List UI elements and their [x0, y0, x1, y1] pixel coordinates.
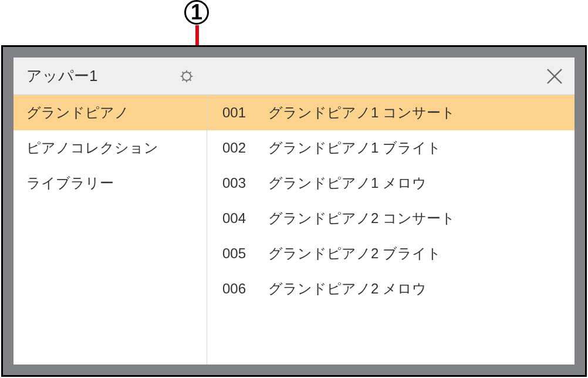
tone-name: グランドピアノ1 ブライト	[268, 139, 441, 157]
panel-body: グランドピアノ ピアノコレクション ライブラリー 001 グランドピアノ1 コン…	[13, 95, 575, 365]
svg-point-0	[183, 72, 191, 80]
tone-name: グランドピアノ2 ブライト	[268, 244, 441, 263]
tone-number: 002	[222, 140, 268, 156]
category-item[interactable]: グランドピアノ	[13, 95, 207, 130]
callout-number: 1	[191, 0, 202, 25]
tone-name: グランドピアノ1 コンサート	[268, 103, 455, 122]
tone-item[interactable]: 002 グランドピアノ1 ブライト	[207, 130, 575, 166]
tone-number: 001	[222, 104, 268, 121]
category-item[interactable]: ピアノコレクション	[13, 130, 207, 166]
category-label: グランドピアノ	[26, 103, 129, 122]
tone-select-panel: アッパー1	[13, 58, 575, 365]
tone-name: グランドピアノ1 メロウ	[268, 174, 427, 193]
svg-line-7	[183, 79, 184, 80]
panel-header: アッパー1	[13, 58, 575, 95]
window-frame: アッパー1	[1, 45, 587, 377]
tone-name: グランドピアノ2 コンサート	[268, 209, 455, 228]
tone-list: 001 グランドピアノ1 コンサート 002 グランドピアノ1 ブライト 003…	[207, 95, 575, 365]
tone-item[interactable]: 004 グランドピアノ2 コンサート	[207, 201, 575, 236]
tone-item[interactable]: 003 グランドピアノ1 メロウ	[207, 166, 575, 201]
category-label: ピアノコレクション	[26, 139, 158, 157]
gear-icon[interactable]	[178, 68, 195, 85]
tone-number: 006	[222, 281, 268, 297]
panel-title: アッパー1	[26, 66, 173, 86]
close-icon[interactable]	[543, 65, 566, 88]
category-item[interactable]: ライブラリー	[13, 166, 207, 201]
tone-item[interactable]: 001 グランドピアノ1 コンサート	[207, 95, 575, 130]
tone-item[interactable]: 006 グランドピアノ2 メロウ	[207, 271, 575, 306]
tone-number: 004	[222, 210, 268, 227]
callout-badge: 1	[184, 0, 209, 25]
category-label: ライブラリー	[26, 174, 114, 193]
category-list: グランドピアノ ピアノコレクション ライブラリー	[13, 95, 207, 365]
svg-line-5	[183, 72, 184, 73]
svg-line-6	[190, 79, 191, 80]
tone-item[interactable]: 005 グランドピアノ2 ブライト	[207, 236, 575, 271]
svg-line-8	[190, 72, 191, 73]
tone-number: 005	[222, 245, 268, 262]
tone-number: 003	[222, 175, 268, 191]
tone-name: グランドピアノ2 メロウ	[268, 279, 427, 298]
